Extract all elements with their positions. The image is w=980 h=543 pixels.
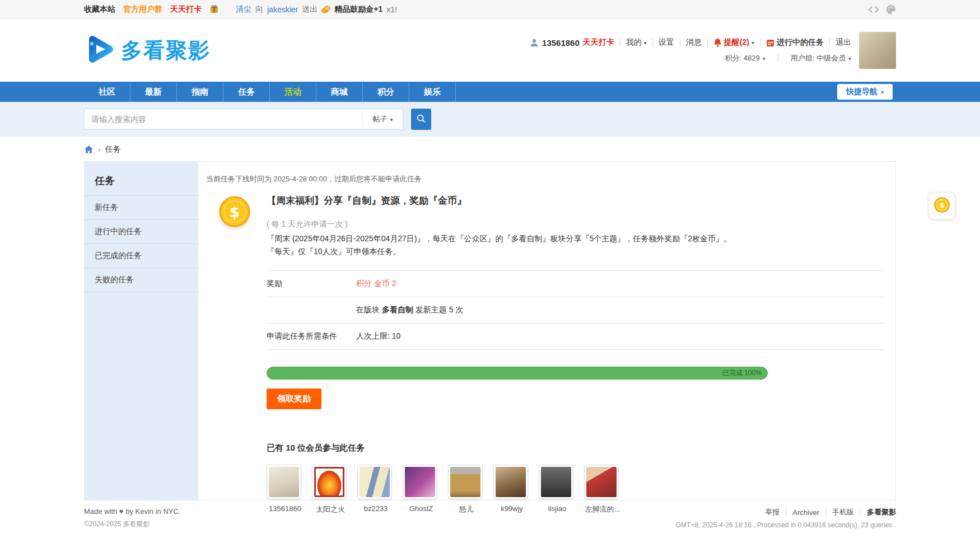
footer-stats: GMT+8, 2025-4-26 18:16 , Processed in 0.…	[676, 521, 896, 529]
user-icon	[530, 38, 539, 47]
main-content-area: 任务 新任务 进行中的任务 已完成的任务 失败的任务 当前任务下线时间为 202…	[0, 161, 980, 500]
nav-item-community[interactable]: 社区	[84, 82, 130, 102]
user-stats-row: 积分: 4829▾ 用户组: 中级会员▾	[725, 53, 851, 63]
search-type-dropdown[interactable]: 帖子▾	[362, 113, 403, 126]
condition-label	[267, 305, 356, 315]
broadcast-receiver-link[interactable]: jakeskier	[267, 5, 298, 14]
coin-icon	[321, 6, 330, 13]
footer-copyright: ©2024-2025 多看聚影	[84, 519, 180, 529]
broadcast-to-word: 向	[255, 4, 263, 15]
footer-made-with: Made with ♥ by Kevin in NYC.	[84, 507, 180, 516]
search-box: 帖子▾	[84, 109, 403, 130]
participant-card[interactable]: 左脚流的...	[584, 465, 621, 514]
header: 多看聚影 13561860 天天打卡 我的▾	[0, 19, 980, 82]
quick-nav-button[interactable]: 快捷导航▾	[837, 84, 893, 100]
nav-item-guide[interactable]: 指南	[177, 82, 223, 102]
menu-logout[interactable]: 退出	[836, 38, 851, 48]
sidebar-item-completed-tasks[interactable]: 已完成的任务	[85, 244, 198, 268]
reward-label: 奖励	[267, 279, 356, 289]
table-row-requirement: 申请此任务所需条件 人次上限: 10	[267, 324, 884, 350]
nav-item-mall[interactable]: 商城	[316, 82, 363, 102]
nav-item-tasks[interactable]: 任务	[223, 82, 270, 102]
participants-list: 13561860 太阳之火 bz2233	[267, 465, 884, 514]
nav-item-credits[interactable]: 积分	[363, 82, 409, 102]
menu-alerts[interactable]: 提醒(2)▾	[713, 38, 754, 48]
task-title: 【周末福利】分享『自制』资源，奖励『金币』	[267, 194, 884, 207]
sidebar-title: 任务	[85, 162, 198, 196]
search-button[interactable]	[411, 109, 431, 130]
chevron-down-icon: ▾	[644, 40, 647, 46]
participant-card[interactable]: bz2233	[357, 465, 394, 514]
nav-item-activity[interactable]: 活动	[270, 82, 316, 102]
requirement-value: 人次上限: 10	[356, 331, 884, 341]
requirement-label: 申请此任务所需条件	[267, 331, 356, 341]
participant-card[interactable]: 太阳之火	[312, 465, 349, 514]
svg-text:$: $	[939, 201, 944, 209]
floating-coin-widget[interactable]: $	[928, 193, 955, 219]
daily-checkin-link[interactable]: 天天打卡	[583, 38, 614, 48]
site-name: 多看聚影	[121, 36, 211, 65]
avatar	[448, 465, 483, 499]
breadcrumb-separator: ›	[98, 145, 101, 154]
participant-name: 怒儿	[448, 504, 485, 514]
divider	[620, 39, 620, 46]
task-sidebar: 任务 新任务 进行中的任务 已完成的任务 失败的任务	[85, 162, 198, 500]
board-link[interactable]: 多看自制	[382, 305, 413, 314]
participant-card[interactable]: 怒儿	[448, 465, 485, 514]
divider	[707, 39, 708, 46]
avatar	[493, 465, 528, 499]
sidebar-item-ongoing-tasks[interactable]: 进行中的任务	[85, 220, 198, 244]
chevron-down-icon: ▾	[848, 55, 851, 62]
chevron-down-icon: ▾	[763, 55, 766, 62]
participant-name: GhostZ	[403, 504, 440, 513]
condition-value: 在版块 多看自制 发新主题 5 次	[356, 305, 884, 315]
bell-icon	[713, 38, 722, 47]
chevron-down-icon: ▾	[881, 89, 884, 95]
credits-dropdown[interactable]: 积分: 4829▾	[725, 53, 766, 63]
participant-card[interactable]: 13561860	[267, 465, 304, 514]
menu-messages[interactable]: 消息	[686, 38, 702, 48]
menu-settings[interactable]: 设置	[659, 38, 674, 48]
breadcrumb-current: 任务	[105, 144, 121, 155]
nav-item-latest[interactable]: 最新	[130, 82, 177, 102]
task-frequency: ( 每 1 天允许申请一次 )	[267, 219, 884, 230]
participant-name: k99wjy	[493, 504, 530, 513]
site-logo[interactable]: 多看聚影	[84, 34, 211, 67]
participant-card[interactable]: GhostZ	[403, 465, 440, 514]
gold-coin-icon: $	[218, 195, 251, 228]
play-logo-icon	[84, 34, 115, 67]
home-icon[interactable]	[84, 145, 94, 154]
usergroup-dropdown[interactable]: 用户组: 中级会员▾	[791, 53, 851, 63]
divider	[680, 39, 680, 46]
code-icon[interactable]	[868, 6, 879, 13]
reward-value: 积分 金币 2	[356, 279, 884, 289]
participant-card[interactable]: lisjiao	[539, 465, 576, 514]
divider	[760, 39, 760, 46]
menu-mine[interactable]: 我的▾	[626, 38, 647, 48]
claim-reward-button[interactable]: 领取奖励	[267, 388, 321, 409]
topbar-link-favorite[interactable]: 收藏本站	[84, 4, 115, 15]
theme-palette-icon[interactable]	[886, 4, 896, 15]
menu-ongoing-tasks[interactable]: 进行中的任务	[766, 38, 824, 48]
divider	[652, 39, 653, 46]
participant-card[interactable]: k99wjy	[493, 465, 530, 514]
sidebar-item-new-tasks[interactable]: 新任务	[85, 196, 198, 220]
topbar-link-daily-checkin[interactable]: 天天打卡	[170, 4, 202, 15]
progress-label: 已完成 100%	[722, 368, 762, 378]
page: 收藏本站 官方用户群 天天打卡 清尘 向 jakeskier 送出 精品鼓励金+…	[0, 0, 980, 543]
sidebar-item-failed-tasks[interactable]: 失败的任务	[85, 268, 198, 292]
topbar-link-official-group[interactable]: 官方用户群	[123, 4, 162, 15]
table-row-condition: 在版块 多看自制 发新主题 5 次	[267, 297, 884, 324]
task-info-table: 奖励 积分 金币 2 在版块 多看自制 发新主题 5 次	[267, 270, 884, 350]
search-input[interactable]	[85, 115, 362, 124]
gold-coin-icon: $	[934, 196, 950, 216]
nav-item-entertainment[interactable]: 娱乐	[409, 82, 456, 102]
avatar	[584, 465, 619, 499]
search-bar-section: 帖子▾	[0, 102, 980, 137]
user-avatar[interactable]	[859, 32, 896, 69]
task-description-line2: 『每天』仅『10人次』可申领本任务。	[267, 245, 884, 258]
avatar	[403, 465, 437, 499]
broadcast-sender-link[interactable]: 清尘	[236, 4, 251, 15]
username[interactable]: 13561860	[542, 38, 580, 48]
avatar	[357, 465, 392, 499]
